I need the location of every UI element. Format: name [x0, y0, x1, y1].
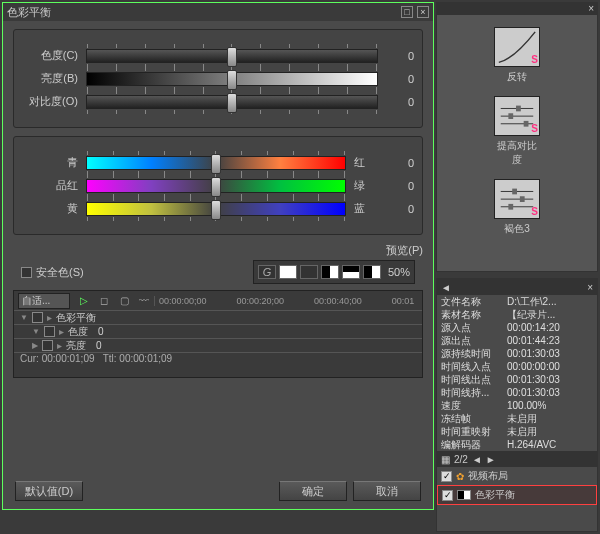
checkbox-icon[interactable]: [442, 490, 453, 501]
chevron-left-icon[interactable]: ◄: [441, 282, 451, 293]
timeline-fit-dropdown[interactable]: 自适...: [18, 293, 70, 309]
info-key: 素材名称: [441, 308, 507, 321]
info-row: 源出点00:01:44:23: [437, 334, 597, 347]
prev-page-icon[interactable]: ◄: [472, 454, 482, 465]
color-panel: 青 红 0 品红 绿 0 黄: [13, 136, 423, 235]
green-label: 绿: [354, 178, 378, 193]
svg-rect-9: [512, 189, 517, 195]
tl-btn-2[interactable]: ▢: [114, 293, 134, 309]
tl-btn-3[interactable]: 〰: [134, 293, 154, 309]
preset-label: 提高对比度: [497, 140, 537, 165]
right-column: × S 反转 S 提高对比度: [436, 2, 598, 532]
layout-header-label: 视频布局: [468, 469, 508, 483]
info-value: 未启用: [507, 425, 593, 438]
cyan-red-slider[interactable]: [86, 156, 346, 170]
color-balance-dialog: 色彩平衡 □ × 色度(C) 0 亮度(B) 0 对比度(O): [2, 2, 434, 510]
row-checkbox[interactable]: [32, 312, 43, 323]
preset-sepia[interactable]: S 褐色3: [494, 179, 540, 236]
yellow-blue-row: 黄 蓝 0: [22, 201, 414, 216]
info-key: 时间线出点: [441, 373, 507, 386]
info-row: 时间重映射未启用: [437, 425, 597, 438]
brightness-row: 亮度(B) 0: [22, 71, 414, 86]
filter-label: 色彩平衡: [475, 488, 515, 502]
safe-color-label: 安全色(S): [36, 265, 84, 280]
maximize-icon[interactable]: □: [401, 6, 413, 18]
info-row: 源入点00:00:14:20: [437, 321, 597, 334]
brightness-label: 亮度(B): [22, 71, 78, 86]
magenta-green-slider[interactable]: [86, 179, 346, 193]
info-row: 时间线入点00:00:00:00: [437, 360, 597, 373]
info-key: 文件名称: [441, 295, 507, 308]
contrast-slider[interactable]: [86, 95, 378, 109]
contrast-row: 对比度(O) 0: [22, 94, 414, 109]
preview-mode-2[interactable]: [279, 265, 297, 279]
info-row: 时间线持...00:01:30:03: [437, 386, 597, 399]
next-page-icon[interactable]: ►: [486, 454, 496, 465]
expand-icon[interactable]: ▼: [32, 327, 40, 336]
preset-badge-icon: S: [531, 123, 538, 134]
cancel-button[interactable]: 取消: [353, 481, 421, 501]
timeline-row-hue[interactable]: ▼ ▸ 色度 0: [14, 325, 422, 339]
preset-invert[interactable]: S 反转: [494, 27, 540, 84]
svg-rect-11: [508, 204, 513, 210]
row-value: 0: [98, 326, 104, 337]
timeline-row-brightness[interactable]: ▶ ▸ 亮度 0: [14, 339, 422, 353]
page-indicator-icon: ▦: [441, 454, 450, 465]
keyframe-timeline: 自适... ▷ ◻ ▢ 〰 00:00:00;00 00:00:20;00 00…: [13, 290, 423, 378]
hue-value: 0: [386, 50, 414, 62]
video-layout-header[interactable]: ✿ 视频布局: [437, 467, 597, 485]
mg-value: 0: [386, 180, 414, 192]
color-balance-filter-row[interactable]: 色彩平衡: [437, 485, 597, 505]
safe-color-checkbox[interactable]: 安全色(S): [21, 265, 84, 280]
time-ruler[interactable]: 00:00:00;00 00:00:20;00 00:00:40;00 00:0…: [154, 296, 422, 306]
checkbox-icon[interactable]: [441, 471, 452, 482]
info-value: D:\工作\2...: [507, 295, 593, 308]
info-key: 编解码器: [441, 438, 507, 451]
preview-label-row: 预览(P): [13, 243, 423, 258]
options-row: 安全色(S) G 50%: [21, 260, 415, 284]
brightness-slider[interactable]: [86, 72, 378, 86]
checkbox-icon: [21, 267, 32, 278]
info-key: 源持续时间: [441, 347, 507, 360]
info-row: 冻结帧未启用: [437, 412, 597, 425]
info-row: 文件名称D:\工作\2...: [437, 295, 597, 308]
contrast-label: 对比度(O): [22, 94, 78, 109]
hue-slider[interactable]: [86, 49, 378, 63]
magenta-green-row: 品红 绿 0: [22, 178, 414, 193]
preview-mode-4[interactable]: [321, 265, 339, 279]
preset-contrast[interactable]: S 提高对比度: [494, 96, 540, 167]
tl-btn-1[interactable]: ◻: [94, 293, 114, 309]
close-icon[interactable]: ×: [417, 6, 429, 18]
svg-rect-3: [516, 106, 521, 112]
expand-icon[interactable]: ▼: [20, 313, 28, 322]
info-value: 00:00:14:20: [507, 321, 593, 334]
preset-badge-icon: S: [531, 206, 538, 217]
preview-mode-3[interactable]: [300, 265, 318, 279]
row-checkbox[interactable]: [42, 340, 53, 351]
expand-icon[interactable]: ▶: [32, 341, 38, 350]
info-value: H.264/AVC: [507, 438, 593, 451]
cr-value: 0: [386, 157, 414, 169]
play-icon[interactable]: ▷: [74, 293, 94, 309]
info-key: 时间重映射: [441, 425, 507, 438]
timecode-display: Cur: 00:00:01;09 Ttl: 00:00:01;09: [14, 353, 422, 364]
preview-mode-1[interactable]: G: [258, 265, 276, 279]
ok-button[interactable]: 确定: [279, 481, 347, 501]
preset-label: 反转: [507, 71, 527, 82]
preview-percent: 50%: [388, 266, 410, 278]
dialog-buttons: 默认值(D) 确定 取消: [3, 481, 433, 501]
row-checkbox[interactable]: [44, 326, 55, 337]
info-value: 00:01:30:03: [507, 373, 593, 386]
panel-close-icon[interactable]: ×: [588, 3, 594, 15]
default-button[interactable]: 默认值(D): [15, 481, 83, 501]
tone-panel: 色度(C) 0 亮度(B) 0 对比度(O) 0: [13, 29, 423, 128]
yellow-blue-slider[interactable]: [86, 202, 346, 216]
preset-label: 褐色3: [504, 223, 530, 234]
preview-mode-6[interactable]: [363, 265, 381, 279]
gear-icon: ✿: [456, 471, 464, 482]
timeline-toolbar: 自适... ▷ ◻ ▢ 〰 00:00:00;00 00:00:20;00 00…: [14, 291, 422, 311]
info-row: 时间线出点00:01:30:03: [437, 373, 597, 386]
panel-close-icon[interactable]: ×: [587, 282, 593, 293]
preview-mode-5[interactable]: [342, 265, 360, 279]
timeline-row-root[interactable]: ▼ ▸ 色彩平衡: [14, 311, 422, 325]
